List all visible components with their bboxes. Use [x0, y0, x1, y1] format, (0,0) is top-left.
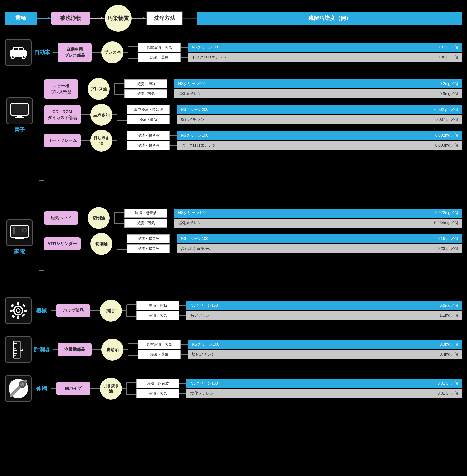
- sep5: [5, 370, 462, 370]
- contam-denshi-1: プレス油: [88, 78, 110, 100]
- rv-sh1-1: 0.02 μ l／個: [438, 381, 458, 386]
- kml2: [167, 223, 174, 223]
- rv-k1-1: 0.022mg／個: [435, 211, 458, 216]
- rn-ki1-1: NSクリーン100: [190, 303, 218, 308]
- connector-line1: [53, 52, 58, 53]
- svg-point-102: [20, 382, 24, 386]
- branch-d1: [78, 78, 88, 100]
- svg-rect-52: [13, 227, 14, 234]
- rn-ke1-1: NSクリーン100: [192, 342, 219, 347]
- part-shindo-1: 銅パイプ: [56, 382, 90, 395]
- r-ke1-1: NSクリーン100 0.3mg／個: [188, 340, 462, 349]
- contam-kaden-2: 切削油: [91, 233, 112, 255]
- contam-denshi-2: 型抜き油: [91, 104, 112, 126]
- r-d3-2: パークロロエチレン 0.003mg／個: [177, 141, 462, 150]
- methods-kikai-1: 浸漬・揺動 NSクリーン100 0.8mg／個 浸漬・蒸気 特定フロン 1.1m…: [136, 301, 462, 320]
- branch-sh1b: [122, 376, 136, 401]
- section-kikai: 機械 バルブ部品 切削油 浸漬・揺動 NSクリーン100 0.8mg／個 浸漬・…: [5, 297, 462, 324]
- ml3: [170, 110, 177, 110]
- r-ke1-2: 塩化メチレン 0.4mg／個: [188, 350, 462, 359]
- result-gray-1: トリクロロエチレン 0.08 μ l／個: [188, 53, 462, 62]
- d1-row2: 浸漬・蒸気 塩化メチレン 0.9mg／個: [124, 89, 462, 99]
- part-kikai-1: バルブ部品: [56, 304, 90, 317]
- kml4: [170, 249, 177, 249]
- methods-denshi-1: 浸漬・揺動 NSクリーン200 0.2mg／個 浸漬・蒸気 塩化メチレン 0.9…: [124, 79, 462, 99]
- svg-rect-76: [22, 304, 26, 307]
- svg-rect-27: [13, 111, 26, 111]
- header-zanryu: 残留汚染度（例）: [197, 12, 462, 25]
- kaden-left: 家電: [5, 207, 34, 255]
- rv-sh1-2: 0.01 μ l／個: [438, 391, 458, 396]
- ml4: [170, 120, 177, 120]
- rn-d3-2: パークロロエチレン: [181, 143, 216, 148]
- part-kaden-2: VTRシリンダー: [44, 237, 81, 251]
- method-d2-1: 真空浸漬・超音波: [127, 105, 170, 114]
- part-kaden-1: 磁気ヘッド: [44, 212, 78, 225]
- part-denshi-2: CD－ROMダイカスト部品: [44, 105, 81, 125]
- part-denshi-1: コピー機プレス部品: [44, 79, 78, 99]
- denshi-left: 電子: [5, 78, 34, 134]
- k2-row2: 浸漬・超音波 炭化水素系洗浄剤 0.23 μ l／個: [127, 244, 462, 253]
- r-ki1-1: NSクリーン100 0.8mg／個: [186, 301, 462, 310]
- svg-rect-25: [13, 107, 26, 107]
- result-value-1: 0.03 μ l／個: [438, 45, 458, 50]
- svg-rect-71: [17, 302, 19, 305]
- svg-marker-5: [143, 17, 146, 20]
- result-name-2: トリクロロエチレン: [192, 55, 227, 60]
- kaden-parts: 磁気ヘッド 切削油 浸漬・超音波 NSクリーン100: [44, 207, 462, 255]
- r-d1-1: NSクリーン200 0.2mg／個: [174, 79, 462, 88]
- svg-rect-73: [10, 310, 13, 312]
- keisokuki-line: [53, 349, 58, 350]
- m-line1: [181, 47, 188, 48]
- svg-marker-3: [101, 17, 105, 20]
- ki1-row2: 浸漬・蒸気 特定フロン 1.1mg／個: [136, 311, 462, 320]
- k2-row1: 浸漬・超音波 NSクリーン100 0.15 μ l／個: [127, 234, 462, 243]
- icon-keisokuki: [5, 336, 32, 363]
- header-arrow4-icon: [183, 15, 197, 22]
- ml6: [170, 145, 177, 146]
- header-arrow2-icon: [90, 15, 105, 22]
- branch-k2b: [112, 233, 127, 255]
- branch-k1b: [110, 207, 124, 229]
- branch-k2: [81, 233, 91, 255]
- monitor-icon: [10, 102, 29, 119]
- rv-k2-1: 0.15 μ l／個: [438, 236, 458, 241]
- k1-row2: 浸漬・蒸気 塩化メチレン 0.064mg ／個: [124, 218, 462, 227]
- kiml2: [179, 315, 186, 316]
- header-arrow1-icon: [37, 15, 51, 22]
- rv-d2-2: 0.007 μ l／個: [435, 117, 458, 122]
- part-jidousha-1: 自動車用プレス部品: [58, 43, 92, 62]
- branch-k1: [78, 207, 88, 229]
- rv-d2-1: 0.002 μ l ／個: [434, 107, 458, 112]
- ml5: [170, 136, 177, 136]
- icon-kikai: [5, 297, 32, 324]
- kaden-part1-row: 磁気ヘッド 切削油 浸漬・超音波 NSクリーン100: [44, 207, 462, 229]
- section-denshi: 電子 コピー機プレス部品 プレス油: [5, 78, 462, 195]
- rn-d2-2: 塩化メチレン: [181, 117, 204, 122]
- rv-d3-1: 0.002mg／個: [435, 133, 458, 138]
- icon-jidousha: [5, 39, 32, 66]
- branch-d1b: [110, 78, 124, 100]
- method-box-2: 浸漬・蒸気: [138, 53, 181, 62]
- method-box-1: 真空浸漬・蒸気: [138, 43, 181, 52]
- svg-rect-77: [12, 314, 15, 318]
- branch-d2: [81, 104, 91, 126]
- k1-row1: 浸漬・超音波 NSクリーン100 0.022mg／個: [124, 209, 462, 218]
- rv-k1-2: 0.064mg ／個: [434, 220, 458, 225]
- svg-rect-26: [13, 109, 26, 109]
- rn-ki1-2: 特定フロン: [190, 313, 210, 318]
- icon-denshi: [6, 98, 33, 124]
- r-k2-1: NSクリーン100 0.15 μ l／個: [177, 234, 462, 243]
- r-d2-2: 塩化メチレン 0.007 μ l／個: [177, 115, 462, 124]
- r-sh1-2: 塩化メチレン 0.01 μ l／個: [186, 389, 462, 398]
- label-shindo: 伸銅: [34, 385, 49, 392]
- rn-d1-2: 塩化メチレン: [178, 91, 202, 97]
- branch-ke1: [92, 337, 101, 362]
- rn-sh1-1: NSクリーン100: [190, 381, 218, 386]
- rv-ki1-2: 1.1mg／個: [440, 313, 458, 318]
- rn-k2-2: 炭化水素系洗浄剤: [181, 246, 212, 251]
- rv-ke1-1: 0.3mg／個: [440, 342, 458, 347]
- keml2: [181, 354, 188, 355]
- branch2-jidousha: [123, 40, 138, 64]
- contam-kaden-1: 切削油: [88, 207, 110, 229]
